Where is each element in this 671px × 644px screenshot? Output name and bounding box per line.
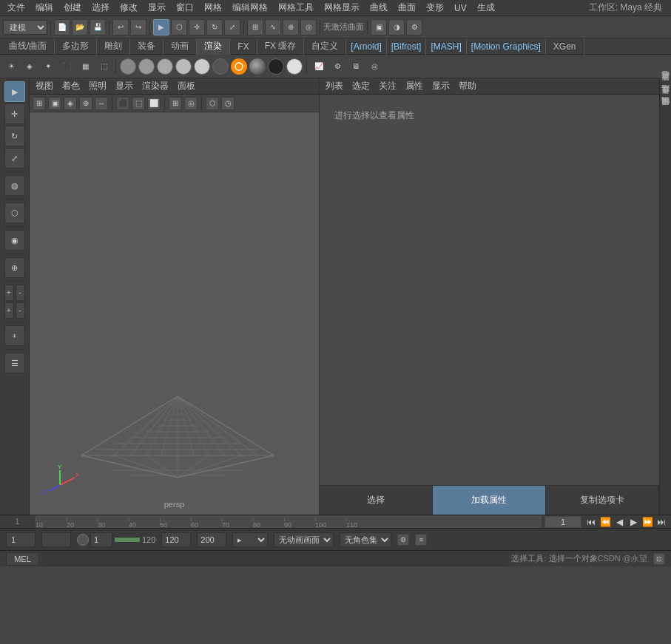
material-6-icon[interactable]: [212, 58, 229, 75]
wireframe-icon[interactable]: ◈: [21, 58, 38, 75]
menu-display[interactable]: 显示: [144, 0, 170, 16]
vp-menu-view[interactable]: 视图: [36, 80, 53, 92]
tab-sculpt[interactable]: 雕刻: [97, 38, 130, 55]
isolate-icon[interactable]: ⬚: [95, 58, 112, 75]
attr-menu-attr[interactable]: 属性: [405, 80, 423, 92]
vp-tb-btn-3[interactable]: ◈: [64, 97, 77, 110]
vp-tb-btn-7[interactable]: ⬚: [132, 97, 145, 110]
menu-create[interactable]: 创建: [59, 0, 86, 16]
mel-tab[interactable]: MEL: [6, 552, 39, 566]
max-frame-input[interactable]: [197, 532, 226, 547]
material-1-icon[interactable]: [120, 58, 136, 75]
menu-edit[interactable]: 编辑: [31, 0, 58, 16]
menu-mesh-display[interactable]: 网格显示: [320, 0, 364, 16]
timeline-ruler[interactable]: 1 10 20 30 40 50 60 70 80 90 100 110 1 ⏮…: [0, 515, 671, 528]
lasso-select-btn[interactable]: ⬡: [4, 203, 25, 223]
menu-window[interactable]: 窗口: [172, 0, 198, 16]
tab-fx-cache[interactable]: FX 缓存: [257, 38, 305, 55]
attr-copy-tab-btn[interactable]: 复制选项卡: [546, 486, 659, 515]
attr-menu-display[interactable]: 显示: [432, 80, 450, 92]
select-obj-btn[interactable]: ▶: [4, 81, 25, 102]
attr-menu-list[interactable]: 列表: [326, 80, 343, 92]
material-9-icon[interactable]: [268, 58, 284, 75]
step-fwd-btn[interactable]: ⏩: [641, 515, 654, 529]
material-10-icon[interactable]: [286, 58, 303, 75]
start-frame-field[interactable]: 1: [6, 532, 36, 547]
smooth-shade-icon[interactable]: ✦: [40, 58, 56, 75]
move-tool-btn[interactable]: ✛: [189, 19, 205, 35]
settings-icon[interactable]: ⚙: [329, 58, 345, 75]
material-4-icon[interactable]: [175, 58, 192, 75]
material-7-icon[interactable]: [231, 58, 247, 75]
pref-btn-2[interactable]: ≡: [415, 534, 427, 546]
tab-motion-graphics[interactable]: [ Motion Graphics ]: [467, 38, 546, 55]
material-2-icon[interactable]: [138, 58, 155, 75]
rs-tab-attr[interactable]: 属性编辑器: [658, 106, 671, 118]
vp-tb-btn-4[interactable]: ⊕: [79, 97, 92, 110]
tab-curves-surfaces[interactable]: 曲线/曲面: [1, 38, 55, 55]
tab-xgen[interactable]: XGen: [546, 38, 584, 55]
xray-icon[interactable]: ▦: [77, 58, 93, 75]
target-icon[interactable]: ◎: [366, 58, 382, 75]
vp-tb-btn-5[interactable]: ↔: [95, 97, 108, 110]
sun-icon[interactable]: ☀: [3, 58, 19, 75]
open-file-btn[interactable]: 📂: [72, 19, 88, 35]
extra-tool-1-btn[interactable]: +: [4, 325, 25, 346]
render-btn[interactable]: ▣: [371, 19, 387, 35]
vp-menu-shading[interactable]: 着色: [62, 80, 80, 92]
menu-edit-mesh[interactable]: 编辑网格: [228, 0, 272, 16]
tab-animation[interactable]: 动画: [163, 38, 197, 55]
pan-right-btn[interactable]: -: [16, 302, 25, 319]
graph-icon[interactable]: 📈: [311, 58, 327, 75]
material-5-icon[interactable]: [194, 58, 210, 75]
play-fwd-btn[interactable]: ▶: [627, 515, 640, 529]
anim-layer-value[interactable]: [90, 532, 112, 547]
circle-btn[interactable]: ◉: [4, 230, 25, 251]
tab-rigging[interactable]: 装备: [130, 38, 163, 55]
anim-layer-select[interactable]: 无动画画面: [274, 532, 334, 547]
menu-mesh[interactable]: 网格: [200, 0, 226, 16]
select-tool-btn[interactable]: ▶: [153, 19, 169, 35]
undo-btn[interactable]: ↩: [112, 19, 129, 35]
vp-menu-show[interactable]: 显示: [115, 80, 133, 92]
tab-custom[interactable]: 自定义: [304, 38, 346, 55]
mode-select[interactable]: 建模 动画 渲染: [3, 20, 47, 35]
lasso-tool-btn[interactable]: ⬡: [171, 19, 187, 35]
menu-modify[interactable]: 修改: [115, 0, 142, 16]
attr-load-btn[interactable]: 加载属性: [433, 486, 546, 515]
render-settings-btn[interactable]: ⚙: [406, 19, 422, 35]
playback-end-input[interactable]: [161, 532, 191, 547]
material-8-icon[interactable]: [249, 58, 266, 75]
timeline-track[interactable]: 10 20 30 40 50 60 70 80 90 100 110: [36, 515, 542, 529]
vp-tb-btn-11[interactable]: ⬡: [206, 97, 219, 110]
playback-start-field[interactable]: [41, 532, 71, 547]
attr-menu-focus[interactable]: 关注: [379, 80, 397, 92]
snap-move-btn[interactable]: ⊕: [4, 257, 25, 278]
vp-tb-btn-9[interactable]: ⊞: [169, 97, 182, 110]
vp-tb-btn-2[interactable]: ▣: [48, 97, 61, 110]
tab-polygon[interactable]: 多边形: [55, 38, 97, 55]
viewport-canvas[interactable]: X Y Z persp: [30, 112, 319, 515]
tab-mash[interactable]: [ MASH ]: [426, 38, 466, 55]
pref-btn-1[interactable]: ⚙: [397, 534, 409, 546]
new-file-btn[interactable]: 📄: [54, 19, 70, 35]
textured-icon[interactable]: ⬛: [58, 58, 75, 75]
pan-left-btn[interactable]: +: [4, 302, 14, 319]
step-back-btn[interactable]: ⏪: [598, 515, 612, 529]
menu-uv[interactable]: UV: [450, 1, 471, 15]
playback-speed-select[interactable]: ▸ 实时: [232, 532, 268, 547]
zoom-in-btn[interactable]: +: [4, 285, 14, 301]
list-view-btn[interactable]: ☰: [4, 353, 25, 373]
tab-render[interactable]: 渲染: [197, 38, 230, 55]
menu-file[interactable]: 文件: [3, 0, 30, 16]
vp-tb-btn-8[interactable]: ⬜: [147, 97, 161, 110]
menu-select[interactable]: 选择: [87, 0, 114, 16]
menu-mesh-tools[interactable]: 网格工具: [274, 0, 318, 16]
play-back-btn[interactable]: ◀: [613, 515, 626, 529]
redo-btn[interactable]: ↪: [130, 19, 146, 35]
tab-arnold[interactable]: [ Arnold ]: [346, 38, 386, 55]
snap-curve-btn[interactable]: ∿: [265, 19, 281, 35]
snap-view-btn[interactable]: ◎: [300, 19, 317, 35]
attr-select-btn[interactable]: 选择: [320, 486, 433, 515]
material-3-icon[interactable]: [157, 58, 173, 75]
